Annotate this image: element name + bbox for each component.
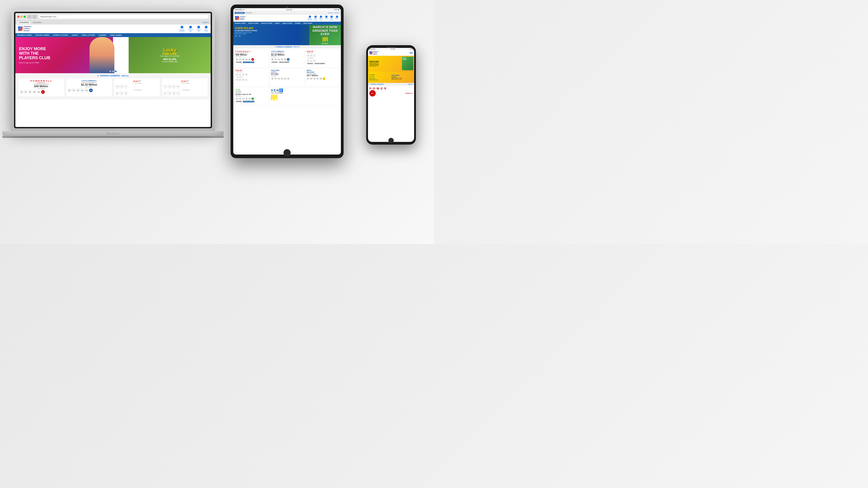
nav-winning-numbers[interactable]: WinningNumbers — [179, 26, 185, 32]
back-button[interactable]: ‹ — [27, 15, 32, 19]
t-lucky-winning-btn[interactable]: WINNING NUMBERS — [243, 101, 254, 102]
tla-12: 12 — [274, 58, 277, 61]
nav-instant-games[interactable]: INSTANT GAMES — [34, 33, 51, 37]
candle-1 — [322, 37, 323, 41]
play4-date1: ☀ - 03/17/2018 — [163, 82, 206, 84]
dot-2[interactable] — [112, 70, 114, 72]
nav-drawing-games[interactable]: DRAWING GAMES — [16, 33, 34, 37]
nav-video-lottery[interactable]: VIDEO LOTTERY — [80, 33, 97, 37]
tablet-logo[interactable]: DelawareLotteryGames — [235, 16, 246, 20]
t-play3-winning-btn[interactable]: WINNING NUMBERS — [314, 63, 326, 64]
forward-button[interactable]: › — [32, 15, 37, 19]
tablet-logo-text: DelawareLotteryGames — [240, 16, 246, 20]
tablet-lucky-life-card: Luckyfor Life Top prize is $1,000 a day … — [234, 87, 269, 105]
tablet-nav-players[interactable]: PlayersClub — [319, 15, 323, 21]
tla-05: 05 — [287, 58, 289, 61]
nav-sports-lottery[interactable]: SPORTS LOTTERY — [51, 33, 70, 37]
nav-table[interactable]: TABLE GAMES — [108, 33, 124, 37]
tablet-nav-claim[interactable]: ClaimPrizes — [330, 15, 333, 21]
tablet-home-button[interactable] — [283, 149, 291, 156]
lottery-logo[interactable]: Delaware Lottery Games — [18, 26, 31, 32]
tablet-nav-instant[interactable]: INSTANT GAMES — [247, 22, 260, 25]
tablet-nav-keno-main[interactable]: KENO® — [274, 22, 281, 25]
t-play3-overview-btn[interactable]: OVERVIEW — [307, 63, 313, 64]
tablet-search-btn[interactable]: SEARCH — [334, 12, 340, 13]
nav-where-to-buy[interactable]: Where toBuy — [188, 26, 193, 32]
lucky-life-content: Lucky FOR LIFE THE GAME OF A LIFETIME WI… — [160, 48, 180, 63]
tablet-nav-winning[interactable]: WinningNumbers — [308, 15, 312, 21]
view-all-link[interactable]: VIEW ALL — [121, 75, 129, 76]
maximize-button[interactable] — [24, 15, 26, 18]
hero-lucky-life[interactable]: Lucky FOR LIFE THE GAME OF A LIFETIME WI… — [129, 37, 211, 73]
tablet-nav-where[interactable]: Whereto Buy — [314, 15, 317, 21]
tablet-hero-link[interactable]: Click here for details. — [235, 33, 307, 35]
t-play4-date2: ☾ 03/18/2018 — [236, 76, 268, 78]
phone-logo[interactable]: DelawareLotteryGames — [369, 51, 378, 55]
p4-ball2-5: 5 — [168, 92, 171, 95]
tablet-screen: ●●●● BELL ▾ 4:21 PM 100% ▮ CONSUMERS RET… — [233, 8, 341, 155]
minimize-button[interactable] — [20, 15, 23, 18]
tp3-2: 2 — [310, 59, 313, 62]
hamburger-menu[interactable] — [410, 52, 413, 54]
t-lotto-winning-btn[interactable]: WINNING NUMBERS — [279, 61, 290, 63]
tablet-nav-video[interactable]: VIDEO LOTTERY — [281, 22, 293, 25]
powerball-numbers: 22 57 59 60 66 07 — [20, 90, 63, 94]
tab-consumers[interactable]: CONSUMERS — [17, 21, 31, 24]
t-lotto-date: 03/17/2018 — [271, 56, 303, 57]
t-multiwin-balls: 03 11 12 13 26 33 — [271, 77, 303, 80]
dot-3-active[interactable] — [115, 70, 117, 72]
nav-claim-prizes[interactable]: ClaimPrizes — [204, 26, 208, 32]
t-dot-2[interactable] — [237, 35, 239, 37]
tablet-view-all[interactable]: VIEW ALL — [293, 46, 300, 47]
phone-home-button[interactable] — [388, 138, 394, 143]
nav-igaming[interactable]: iGAMING — [97, 33, 108, 37]
t-lotto-overview-btn[interactable]: OVERVIEW — [271, 61, 278, 63]
kc-5 — [276, 95, 277, 100]
tp4-6b: 6 — [245, 73, 248, 76]
p4-ball-2: 2 — [172, 85, 176, 88]
tablet-tab-consumers[interactable]: CONSUMERS — [235, 12, 245, 14]
t-lucky-actions: OVERVIEW WINNING NUMBERS — [236, 101, 268, 102]
tablet-nav-igaming[interactable]: iGAMING — [293, 22, 302, 25]
nav-keno[interactable]: KENO® — [70, 33, 80, 37]
ball-powerball-07: 07 — [41, 90, 45, 94]
phone-winning-title: WINNING NUMBERS — [371, 84, 384, 85]
dot-1[interactable] — [110, 70, 111, 72]
url-text: helpisherede.com — [40, 15, 56, 18]
tablet-nav-keno[interactable]: Keno® — [324, 15, 328, 21]
nav-players-club[interactable]: PlayersClub — [196, 26, 201, 32]
tablet-tab-retailers[interactable]: RETAILERS — [246, 12, 252, 13]
t-powerball-overview-btn[interactable]: OVERVIEW — [236, 61, 242, 63]
play4-name: PLAY 4® — [163, 80, 206, 82]
p4-ball2-1: 1 — [176, 92, 180, 95]
person-silhouette — [90, 37, 114, 73]
tablet-nav-winners[interactable]: Winners — [335, 15, 339, 21]
powerball-name: P·O·W·E·R·B·A·L·L — [20, 80, 63, 82]
events-button[interactable]: EVENTS — [203, 22, 209, 23]
tablet-nav-sports[interactable]: SPORTS LOTTERY — [260, 22, 274, 25]
url-bar[interactable]: helpisherede.com — [38, 14, 209, 19]
phone-view-all[interactable]: VIEW ALL — [408, 84, 413, 85]
tablet-logo-flag — [235, 16, 239, 20]
tablet-nav-table[interactable]: TABLE GAMES — [302, 22, 313, 25]
p4-ball-9: 9 — [168, 85, 171, 88]
t-dot-1[interactable] — [235, 35, 237, 37]
tablet-hero-content: OVER $15,000 IN SECOND-CHANCE PRIZES MOO… — [233, 25, 309, 45]
t-dot-3[interactable] — [239, 35, 241, 37]
tp4-6a: 6 — [242, 73, 245, 76]
browser-chrome: ‹ › helpisherede.com — [16, 13, 211, 21]
tablet-claim-icon — [331, 15, 333, 18]
t-lucky-overview-btn[interactable]: OVERVIEW — [236, 101, 242, 102]
tablet-players-icon — [320, 15, 322, 18]
phone-lucky-promo[interactable]: LuckyFOR LIFE WIN $1,000A DAY FOR LIFE M… — [368, 72, 414, 83]
tablet-hero-sub: IN SECOND-CHANCE PRIZES — [235, 30, 307, 31]
tab-retailers[interactable]: RETAILERS — [33, 22, 41, 23]
tablet-nav-drawing[interactable]: DRAWING GAMES — [233, 22, 247, 25]
hero-person-area — [90, 37, 114, 73]
close-button[interactable] — [17, 15, 20, 18]
battery-text: 100% — [334, 9, 338, 10]
t-powerball-winning-btn[interactable]: WINNING NUMBERS — [243, 61, 254, 63]
t-lucky-prize: $1,000 a day for life — [236, 93, 268, 95]
tp3-7: 7 — [313, 54, 316, 57]
tablet-events-btn[interactable]: EVENTS — [328, 12, 333, 13]
